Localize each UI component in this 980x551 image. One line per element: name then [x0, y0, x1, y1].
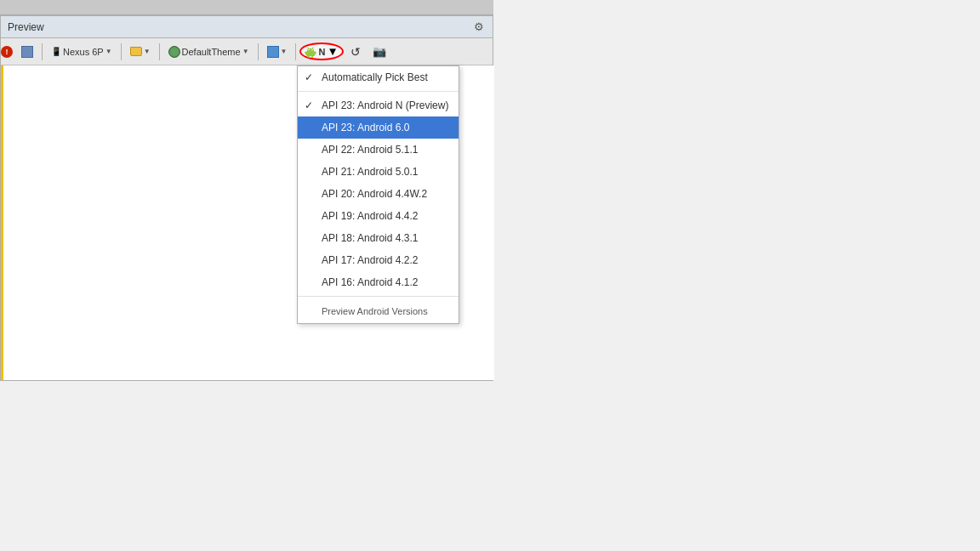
- separator-2: [121, 43, 122, 60]
- dropdown-item-auto-pick[interactable]: ✓ Automatically Pick Best: [298, 66, 459, 88]
- theme-label: DefaultTheme: [182, 47, 241, 57]
- theme-caret-icon: ▼: [242, 48, 249, 55]
- dropdown-item-api16[interactable]: API 16: Android 4.1.2: [298, 271, 459, 293]
- dropdown-divider-1: [298, 91, 459, 92]
- separator-5: [295, 43, 296, 60]
- camera-button[interactable]: 📷: [368, 41, 391, 63]
- bottom-space: [0, 381, 980, 551]
- layout-caret-icon: ▼: [281, 48, 288, 55]
- save-icon: [21, 46, 33, 58]
- dropdown-item-api19[interactable]: API 19: Android 4.4.2: [298, 205, 459, 227]
- panel-header: Preview ⚙: [1, 16, 493, 38]
- gear-button[interactable]: ⚙: [472, 20, 486, 33]
- svg-point-3: [312, 48, 314, 50]
- error-indicator: !: [1, 46, 13, 58]
- panel-title: Preview: [8, 21, 44, 33]
- svg-point-2: [309, 48, 311, 50]
- folder-icon: [130, 47, 142, 56]
- svg-rect-7: [315, 51, 316, 54]
- nexus-device-button[interactable]: 📱 Nexus 6P ▼: [46, 41, 117, 63]
- dropdown-item-preview-versions[interactable]: Preview Android Versions: [298, 299, 459, 323]
- dropdown-item-api23-android6[interactable]: API 23: Android 6.0: [298, 116, 459, 139]
- dropdown-item-api17[interactable]: API 17: Android 4.2.2: [298, 249, 459, 271]
- preview-panel: Preview ⚙ ! 📱 Nexus 6P ▼ ▼ DefaultTheme …: [0, 15, 493, 381]
- separator-3: [159, 43, 160, 60]
- nexus-label: Nexus 6P: [63, 47, 104, 57]
- camera-icon: 📷: [373, 45, 386, 58]
- api-n-button[interactable]: N ▼: [299, 43, 343, 60]
- svg-rect-1: [307, 48, 314, 52]
- refresh-button[interactable]: ↺: [345, 41, 366, 63]
- api-n-label: N: [318, 47, 325, 57]
- dropdown-item-api20[interactable]: API 20: Android 4.4W.2: [298, 183, 459, 205]
- yellow-indicator-bar: [1, 65, 3, 380]
- layout-icon: [267, 46, 279, 58]
- separator-4: [258, 43, 259, 60]
- layout-button[interactable]: ▼: [262, 41, 293, 63]
- dropdown-item-api21[interactable]: API 21: Android 5.0.1: [298, 161, 459, 183]
- dropdown-item-api23-preview[interactable]: ✓ API 23: Android N (Preview): [298, 94, 459, 116]
- title-bar: [0, 0, 493, 15]
- api-n-caret-icon: ▼: [327, 45, 338, 58]
- svg-rect-9: [311, 56, 313, 58]
- dropdown-divider-2: [298, 296, 459, 297]
- check-icon-auto: ✓: [305, 70, 313, 85]
- android-icon: [305, 46, 316, 58]
- svg-rect-8: [308, 56, 310, 58]
- svg-rect-6: [305, 51, 307, 54]
- nexus-icon: 📱: [51, 47, 61, 56]
- check-icon-preview: ✓: [305, 98, 313, 113]
- folder-button[interactable]: ▼: [125, 41, 156, 63]
- theme-button[interactable]: DefaultTheme ▼: [163, 41, 254, 63]
- theme-icon: [168, 46, 180, 58]
- api-n-wrapper: N ▼: [299, 43, 343, 60]
- dropdown-item-api22[interactable]: API 22: Android 5.1.1: [298, 139, 459, 161]
- nexus-caret-icon: ▼: [105, 48, 112, 55]
- dropdown-item-api18[interactable]: API 18: Android 4.3.1: [298, 227, 459, 249]
- refresh-icon: ↺: [350, 45, 361, 59]
- svg-line-5: [312, 47, 314, 48]
- toolbar: ! 📱 Nexus 6P ▼ ▼ DefaultTheme ▼: [1, 38, 493, 65]
- save-button[interactable]: [16, 41, 38, 63]
- api-dropdown-menu: ✓ Automatically Pick Best ✓ API 23: Andr…: [297, 65, 459, 324]
- svg-line-4: [308, 47, 310, 48]
- folder-caret-icon: ▼: [144, 48, 151, 55]
- separator-1: [42, 43, 43, 60]
